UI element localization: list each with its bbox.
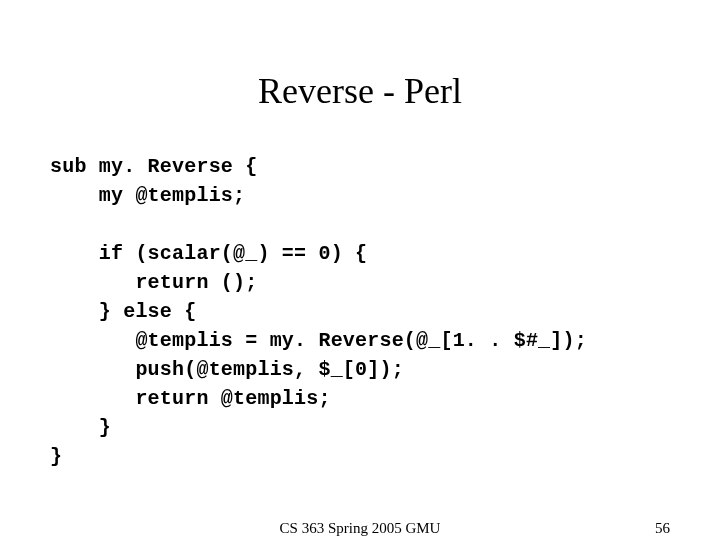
code-line: push(@templis, $_[0]); (50, 358, 404, 381)
slide-title: Reverse - Perl (50, 70, 670, 112)
footer-course: CS 363 Spring 2005 GMU (280, 520, 441, 537)
code-block: sub my. Reverse { my @templis; if (scala… (50, 152, 670, 471)
code-line: } (50, 445, 62, 468)
code-line: @templis = my. Reverse(@_[1. . $#_]); (50, 329, 587, 352)
code-line: my @templis; (50, 184, 245, 207)
code-line: sub my. Reverse { (50, 155, 257, 178)
code-line: return (); (50, 271, 257, 294)
code-line: } (50, 416, 111, 439)
page-number: 56 (655, 520, 670, 537)
code-line: } else { (50, 300, 196, 323)
slide: Reverse - Perl sub my. Reverse { my @tem… (0, 0, 720, 540)
code-line: return @templis; (50, 387, 331, 410)
code-line: if (scalar(@_) == 0) { (50, 242, 367, 265)
